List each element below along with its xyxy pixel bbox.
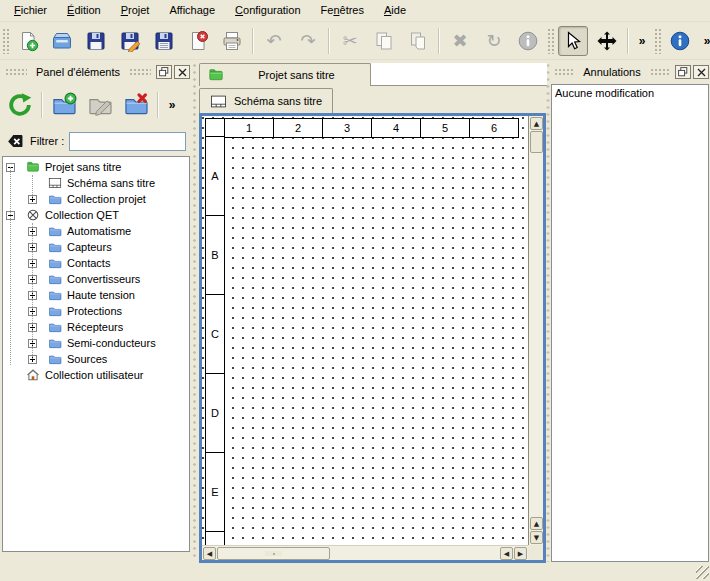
tree-item-projet-sans-titre[interactable]: Projet sans titre xyxy=(3,159,189,175)
scroll-down-icon[interactable]: ▼ xyxy=(530,531,543,544)
elements-panel-title: Panel d'éléments xyxy=(30,66,126,78)
tree-item-label: Collection projet xyxy=(67,193,146,205)
filter-label: Filtrer : xyxy=(30,135,64,147)
vertical-scroll-thumb[interactable] xyxy=(530,131,543,153)
scrollbar-corner xyxy=(528,545,543,560)
save-as-button[interactable] xyxy=(115,26,145,56)
refresh-button[interactable] xyxy=(4,89,36,121)
undo-panel-titlebar[interactable]: Annulations xyxy=(551,62,709,82)
scroll-left-icon[interactable]: ◀ xyxy=(500,547,513,560)
new-document-button[interactable] xyxy=(13,26,43,56)
toolbar-handle[interactable] xyxy=(2,28,9,54)
select-arrow-button[interactable] xyxy=(558,26,588,56)
tree-item-convertisseurs[interactable]: Convertisseurs xyxy=(3,271,189,287)
delete-button[interactable]: ✖ xyxy=(445,26,475,56)
tree-item-schéma-sans-titre[interactable]: Schéma sans titre xyxy=(3,175,189,191)
scroll-up-icon[interactable]: ▲ xyxy=(530,117,543,130)
rotate-button[interactable]: ↻ xyxy=(479,26,509,56)
tree-item-contacts[interactable]: Contacts xyxy=(3,255,189,271)
paste-button[interactable] xyxy=(403,26,433,56)
save-icon xyxy=(85,30,107,52)
info-button[interactable] xyxy=(665,26,695,56)
folder-edit-button[interactable] xyxy=(84,89,116,121)
tree-item-automatisme[interactable]: Automatisme xyxy=(3,223,189,239)
tree-item-collection-utilisateur[interactable]: Collection utilisateur xyxy=(3,367,189,383)
menu-aide[interactable]: Aide xyxy=(374,1,416,20)
undo-list-item[interactable]: Aucune modification xyxy=(555,86,705,102)
folder-new-button[interactable] xyxy=(48,89,80,121)
row-header: B xyxy=(205,215,225,295)
tree-guide-line xyxy=(32,175,33,199)
toolbar-handle[interactable] xyxy=(547,28,554,54)
save-as-icon xyxy=(119,30,141,52)
info-gray-button[interactable] xyxy=(513,26,543,56)
left-splitter-handle[interactable] xyxy=(191,62,198,560)
tree-item-semi-conducteurs[interactable]: Semi-conducteurs xyxy=(3,335,189,351)
folder-icon xyxy=(48,192,62,206)
elements-panel-titlebar[interactable]: Panel d'éléments xyxy=(2,62,190,82)
paste-icon xyxy=(407,30,429,52)
close-document-button[interactable] xyxy=(183,26,213,56)
column-header: 6 xyxy=(469,118,519,138)
dock-grip[interactable] xyxy=(554,68,574,76)
copy-button[interactable] xyxy=(369,26,399,56)
dock-grip[interactable] xyxy=(650,68,670,76)
menu-bar: FichierÉditionProjetAffichageConfigurati… xyxy=(0,0,710,22)
tree-item-label: Haute tension xyxy=(67,289,135,301)
tab-schema[interactable]: Schéma sans titre xyxy=(199,88,333,113)
float-panel-button[interactable] xyxy=(156,65,172,79)
redo-button[interactable]: ↷ xyxy=(293,26,323,56)
close-panel-button[interactable] xyxy=(693,65,709,79)
filter-input[interactable] xyxy=(69,132,186,151)
tree-item-capteurs[interactable]: Capteurs xyxy=(3,239,189,255)
tree-item-label: Contacts xyxy=(67,257,110,269)
home-icon xyxy=(26,368,40,382)
toolbar-handle[interactable] xyxy=(654,28,661,54)
menu-affichage[interactable]: Affichage xyxy=(159,1,225,20)
horizontal-scrollbar[interactable]: ◀ ◀ ▶ xyxy=(202,545,528,560)
folder-icon xyxy=(48,336,62,350)
save-button[interactable] xyxy=(81,26,111,56)
move-icon xyxy=(596,30,618,52)
save-all-button[interactable] xyxy=(149,26,179,56)
toolbar-extension-button[interactable]: » xyxy=(633,28,651,54)
move-button[interactable] xyxy=(592,26,622,56)
open-project-button[interactable] xyxy=(47,26,77,56)
folder-delete-button[interactable] xyxy=(120,89,152,121)
folder-icon xyxy=(48,272,62,286)
folder-icon xyxy=(48,240,62,254)
menu-fichier[interactable]: Fichier xyxy=(4,1,57,20)
menu-configuration[interactable]: Configuration xyxy=(225,1,310,20)
dock-grip[interactable] xyxy=(129,68,151,76)
close-panel-button[interactable] xyxy=(174,65,190,79)
toolbar-extension-button[interactable]: » xyxy=(163,92,181,118)
menu-projet[interactable]: Projet xyxy=(111,1,160,20)
menu-fenêtres[interactable]: Fenêtres xyxy=(311,1,374,20)
print-button[interactable] xyxy=(217,26,247,56)
diagram-canvas[interactable]: 123456 ABCDE xyxy=(202,116,528,545)
clear-filter-icon[interactable] xyxy=(6,132,25,151)
open-project-icon xyxy=(51,30,73,52)
float-panel-button[interactable] xyxy=(675,65,691,79)
cut-button[interactable]: ✂ xyxy=(335,26,365,56)
folder-edit-icon xyxy=(87,92,113,118)
tree-item-collection-qet[interactable]: Collection QET xyxy=(3,207,189,223)
tree-item-haute-tension[interactable]: Haute tension xyxy=(3,287,189,303)
tree-item-collection-projet[interactable]: Collection projet xyxy=(3,191,189,207)
tree-item-récepteurs[interactable]: Récepteurs xyxy=(3,319,189,335)
undo-button[interactable]: ↶ xyxy=(259,26,289,56)
tree-item-sources[interactable]: Sources xyxy=(3,351,189,367)
menu-édition[interactable]: Édition xyxy=(57,1,111,20)
scroll-right-icon[interactable]: ▶ xyxy=(514,547,527,560)
tab-project[interactable]: Projet sans titre xyxy=(199,63,371,86)
horizontal-scroll-thumb[interactable] xyxy=(217,547,330,560)
tree-item-protections[interactable]: Protections xyxy=(3,303,189,319)
scroll-up-icon[interactable]: ▲ xyxy=(530,517,543,530)
scroll-left-icon[interactable]: ◀ xyxy=(203,547,216,560)
vertical-scrollbar[interactable]: ▲ ▲ ▼ xyxy=(528,116,543,545)
toolbar-extension-button[interactable]: » xyxy=(698,28,710,54)
resize-grip-icon[interactable] xyxy=(696,566,709,579)
undo-history-list[interactable]: Aucune modification xyxy=(551,84,709,562)
dock-grip[interactable] xyxy=(5,68,27,76)
project-tab-label: Projet sans titre xyxy=(231,69,362,81)
